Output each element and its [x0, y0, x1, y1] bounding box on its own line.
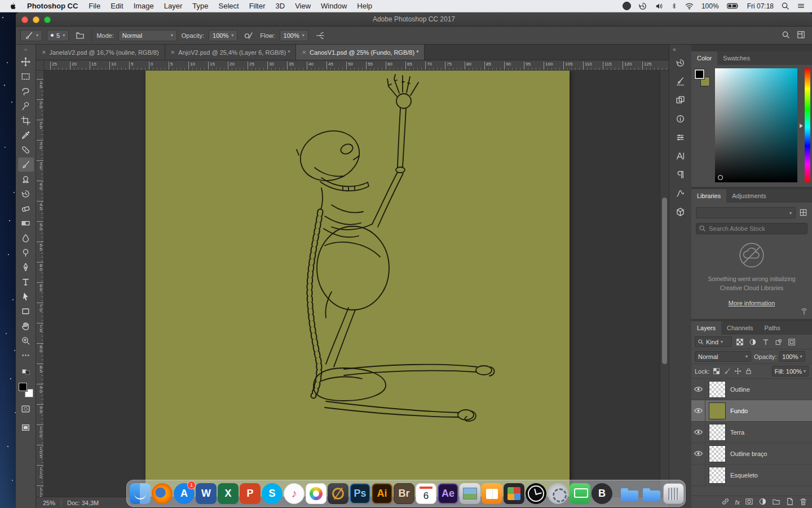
brush-preset-picker[interactable]: 5 ▾ [47, 30, 69, 41]
expand-panels-icon[interactable]: « [673, 46, 676, 52]
layer-row[interactable]: Terra [691, 422, 812, 443]
minimize-button[interactable] [33, 16, 39, 23]
document-tab[interactable]: ×CanosV1.psd @ 25% (Fundo, RGB/8) * [296, 45, 425, 60]
document-tab[interactable]: ×JanelaV2.psd @ 16,7% (ouline, RGB/8) [36, 45, 165, 60]
canvas-workspace[interactable] [44, 71, 660, 497]
dock-firefox[interactable] [152, 482, 173, 505]
link-layers-icon[interactable] [721, 497, 730, 507]
tool-brush[interactable] [18, 157, 34, 172]
menu-item-image[interactable]: Image [129, 2, 159, 10]
dock-trash[interactable] [663, 482, 684, 505]
dock-powerpoint[interactable]: P [240, 482, 261, 505]
bluetooth-icon[interactable] [671, 2, 677, 10]
tab-close-icon[interactable]: × [42, 49, 46, 56]
new-group-icon[interactable] [772, 497, 780, 507]
opacity-select[interactable]: 100% ▾ [209, 30, 237, 41]
tool-zoom[interactable] [18, 334, 34, 348]
dock-excel[interactable]: X [218, 482, 239, 505]
color-field-cursor[interactable] [718, 175, 723, 180]
library-grid-view-icon[interactable] [799, 208, 807, 218]
panel-icon-character[interactable] [673, 149, 688, 163]
dock-folder-a[interactable] [619, 482, 640, 505]
tool-stamp[interactable] [18, 172, 34, 186]
tab-close-icon[interactable]: × [171, 49, 175, 56]
filter-adjustment-layers-icon[interactable] [747, 336, 758, 347]
dock-bridge[interactable]: Br [394, 482, 414, 505]
tool-healing[interactable] [18, 143, 34, 157]
search-icon[interactable] [782, 30, 790, 40]
layer-visibility-eye-icon[interactable] [691, 443, 705, 464]
layer-row[interactable]: Outline braço [691, 443, 812, 465]
menu-item-select[interactable]: Select [213, 2, 244, 10]
lock-paint-icon[interactable] [723, 367, 731, 375]
tool-quick-select[interactable] [18, 99, 34, 113]
tool-move[interactable] [18, 55, 34, 69]
menu-item-file[interactable]: File [83, 2, 105, 10]
new-adjustment-layer-icon[interactable] [758, 497, 767, 507]
tool-blur[interactable] [18, 231, 34, 245]
search-input[interactable] [696, 223, 807, 234]
notification-center-icon[interactable] [797, 2, 805, 10]
airbrush-button[interactable] [313, 29, 326, 42]
filter-type-layers-icon[interactable] [760, 336, 771, 347]
tool-preset-picker[interactable]: ▾ [20, 30, 42, 41]
menu-app-name[interactable]: Photoshop CC [21, 2, 83, 10]
tab-libraries[interactable]: Libraries [691, 189, 726, 203]
menu-item-help[interactable]: Help [352, 2, 377, 10]
zoom-level[interactable]: 25% [43, 500, 55, 506]
dock-app-store[interactable]: A1 [174, 482, 195, 505]
tool-ellipsis[interactable] [18, 348, 34, 362]
apple-menu[interactable] [5, 2, 21, 11]
dock-b-app[interactable]: B [592, 482, 612, 505]
toolbar-collapse-icon[interactable]: » [24, 47, 27, 52]
layer-visibility-eye-icon[interactable] [691, 379, 705, 400]
dock-finder[interactable] [130, 482, 151, 505]
panel-icon-clone-source[interactable] [673, 93, 688, 107]
tool-hand[interactable] [18, 319, 34, 333]
dock-word[interactable]: W [196, 482, 217, 505]
tab-layers[interactable]: Layers [691, 321, 721, 335]
panel-icon-history[interactable] [673, 56, 688, 69]
spotlight-icon[interactable] [781, 2, 789, 10]
blend-mode-select[interactable]: Normal ▾ [118, 30, 177, 41]
menu-item-layer[interactable]: Layer [159, 2, 188, 10]
default-swap-colors-icon[interactable] [22, 369, 30, 375]
dock-clock-app[interactable] [526, 482, 546, 505]
filter-smart-objects-icon[interactable] [786, 336, 797, 347]
add-layer-mask-icon[interactable] [745, 497, 753, 507]
layer-row[interactable]: Outline [691, 379, 812, 400]
panel-icon-info[interactable] [673, 112, 688, 125]
battery-icon[interactable] [726, 2, 740, 10]
tool-eraser[interactable] [18, 202, 34, 216]
more-information-link[interactable]: More information [696, 300, 807, 306]
document-canvas[interactable] [145, 71, 570, 497]
lock-transparency-icon[interactable] [713, 367, 720, 375]
new-layer-icon[interactable] [785, 497, 794, 507]
panel-icon-threed[interactable] [673, 205, 688, 218]
foreground-color-swatch[interactable] [19, 383, 27, 391]
toggle-brush-panel-button[interactable] [73, 29, 87, 42]
layer-visibility-eye-icon[interactable] [691, 422, 705, 443]
menu-item-filter[interactable]: Filter [244, 2, 271, 10]
tool-eyedropper[interactable] [18, 128, 34, 142]
menu-item-view[interactable]: View [290, 2, 316, 10]
tool-lasso[interactable] [18, 84, 34, 98]
dock-photos[interactable] [306, 482, 326, 505]
window-title-bar[interactable]: Adobe Photoshop CC 2017 [16, 12, 812, 27]
dock-itunes[interactable]: ♪ [284, 482, 304, 505]
tab-close-icon[interactable]: × [302, 49, 306, 56]
foreground-color-chip[interactable] [695, 69, 704, 79]
dock-after-effects[interactable]: Ae [438, 482, 458, 505]
dock-illustrator[interactable]: Ai [372, 482, 392, 505]
workspace-switcher-icon[interactable] [797, 30, 805, 40]
layer-visibility-eye-icon[interactable] [691, 400, 705, 421]
layer-fill-select[interactable]: Fill: 100% ▾ [772, 366, 809, 376]
close-button[interactable] [21, 16, 28, 23]
tool-shape[interactable] [18, 304, 34, 318]
panel-icon-paragraph[interactable] [673, 168, 688, 181]
adobe-stock-search[interactable] [696, 223, 807, 234]
dock-folder-b[interactable] [641, 482, 662, 505]
layer-visibility-toggle[interactable] [691, 465, 705, 485]
document-tab[interactable]: ×AnjoV2.psd @ 25,4% (Layer 6, RGB/8) * [165, 45, 297, 60]
tool-type[interactable] [18, 275, 34, 289]
